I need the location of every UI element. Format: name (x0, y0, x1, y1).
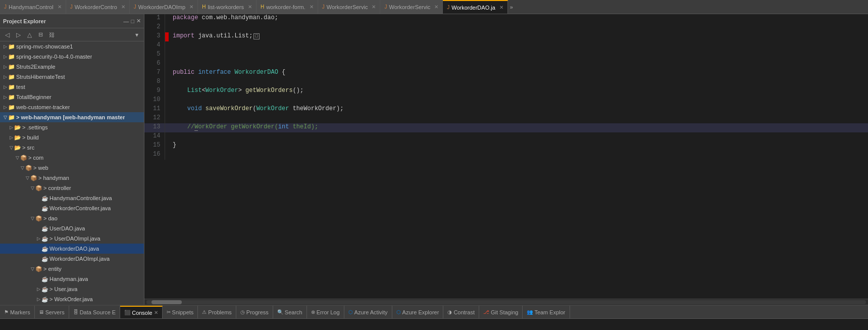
tree-item-spring-security[interactable]: ▷ 📁 spring-security-0-to-4.0-master (0, 52, 144, 62)
back-button[interactable]: ◁ (2, 30, 12, 40)
tab-workorder-dao-imp[interactable]: J WorkorderDAOImp ✕ (130, 0, 198, 14)
tree-item-struts2[interactable]: ▷ 📁 Struts2Example (0, 62, 144, 72)
tab-markers[interactable]: ⚑ Markers (0, 306, 35, 319)
tab-handyman-control[interactable]: J HandymanControl ✕ (0, 0, 66, 14)
tab-list-workorders[interactable]: H list-workorders ✕ (198, 0, 257, 14)
expand-arrow-icon: ▷ (8, 134, 14, 140)
code-line-15[interactable]: 15 } (144, 142, 868, 151)
tree-item-workorder-dao[interactable]: ☕ WorkorderDAO.java (0, 244, 144, 254)
tab-workorder-contro[interactable]: J WorkorderContro ✕ (66, 0, 130, 14)
code-line-13[interactable]: 13 //WorkOrder getWorkOrder(int theId); (144, 123, 868, 132)
tab-search[interactable]: 🔍 Search (273, 306, 307, 319)
tree-item-spring-mvc[interactable]: ▷ 📁 spring-mvc-showcase1 (0, 41, 144, 52)
up-button[interactable]: △ (24, 30, 34, 40)
tree-item-handyman-java[interactable]: ☕ Handyman.java (0, 274, 144, 284)
tree-item-test[interactable]: ▷ 📁 test (0, 82, 144, 92)
code-editor[interactable]: 1 package com.web.handyman.dao; 2 3 impo… (144, 14, 868, 299)
tab-problems[interactable]: ⚠ Problems (198, 306, 236, 319)
line-marker (165, 23, 169, 32)
tab-workorder-dao[interactable]: J WorkorderDAO.ja ✕ (443, 0, 508, 14)
html-file-icon: H (202, 4, 206, 10)
code-line-4[interactable]: 4 (144, 41, 868, 51)
tab-servers[interactable]: 🖥 Servers (35, 306, 69, 319)
tree-item-web[interactable]: ▽ 📦 > web (0, 163, 144, 173)
tree-item-struts-hibernate[interactable]: ▷ 📁 StrutsHibernateTest (0, 72, 144, 82)
code-line-10[interactable]: 10 (144, 96, 868, 105)
code-line-5[interactable]: 5 (144, 51, 868, 60)
code-line-14[interactable]: 14 (144, 132, 868, 142)
tab-snippets[interactable]: ✂ Snippets (163, 306, 198, 319)
close-icon[interactable]: ✕ (499, 5, 503, 10)
code-line-3[interactable]: 3 import java.util.List;□ (144, 32, 868, 41)
tab-label: Azure Explorer (402, 309, 439, 315)
tree-item-totall[interactable]: ▷ 📁 TotallBeginner (0, 92, 144, 102)
tab-overflow-button[interactable]: » (508, 4, 515, 10)
tree-item-settings[interactable]: ▷ 📂 > .settings (0, 122, 144, 132)
link-editor-button[interactable]: ⛓ (46, 30, 57, 40)
tree-item-workorder-controller[interactable]: ☕ WorkorderController.java (0, 203, 144, 213)
tab-contrast[interactable]: ◑ Contrast (443, 306, 479, 319)
tree-item-handyman[interactable]: ▽ 📦 > handyman (0, 173, 144, 183)
tree-item-handyman-controller[interactable]: ☕ HandymanController.java (0, 193, 144, 203)
code-line-16[interactable]: 16 (144, 151, 868, 160)
tree-item-controller[interactable]: ▽ 📦 > controller (0, 183, 144, 193)
tree-item-label: WorkorderDAOImpl.java (49, 256, 110, 262)
tab-label: Team Explor (534, 309, 565, 315)
tree-item-com[interactable]: ▽ 📦 > com (0, 153, 144, 163)
tree-item-src[interactable]: ▽ 📂 > src (0, 143, 144, 153)
tree-item-entity[interactable]: ▽ 📦 > entity (0, 264, 144, 274)
collapse-all-button[interactable]: ⊟ (35, 30, 45, 40)
tab-errorlog[interactable]: ⊗ Error Log (307, 306, 344, 319)
console-content (0, 319, 868, 330)
tab-workorder-servic2[interactable]: J WorkorderServic ✕ (380, 0, 443, 14)
tree-item-dao[interactable]: ▽ 📦 > dao (0, 213, 144, 223)
tree-item-user-java[interactable]: ▷ ☕ > User.java (0, 284, 144, 294)
code-line-7[interactable]: 7 public interface WorkorderDAO { (144, 69, 868, 78)
code-line-11[interactable]: 11 void saveWorkOrder(WorkOrder theWorkO… (144, 105, 868, 114)
close-icon[interactable]: ✕ (434, 4, 438, 10)
tree-item-web-customer[interactable]: ▷ 📁 web-customer-tracker (0, 102, 144, 112)
tree-item-web-handyman[interactable]: ▽ 📁 > web-handyman [web-handyman master (0, 112, 144, 122)
code-line-9[interactable]: 9 List<WorkOrder> getWorkOrders(); (144, 87, 868, 96)
hscroll-thumb[interactable] (151, 300, 182, 304)
tab-label: WorkorderDAOImp (138, 4, 185, 10)
code-line-2[interactable]: 2 (144, 23, 868, 32)
forward-button[interactable]: ▷ (13, 30, 23, 40)
tree-item-workorder-java[interactable]: ▷ ☕ > WorkOrder.java (0, 294, 144, 304)
view-menu-button[interactable]: ▾ (132, 30, 142, 40)
close-icon[interactable]: ✕ (189, 4, 193, 10)
close-icon[interactable]: ✕ (58, 4, 62, 10)
close-icon[interactable]: ✕ (121, 4, 125, 10)
tree-item-user-dao[interactable]: ☕ UserDAO.java (0, 223, 144, 233)
tab-console[interactable]: ⬛ Console ✕ (120, 306, 162, 319)
tab-progress[interactable]: ◷ Progress (236, 306, 273, 319)
tab-git-staging[interactable]: ⎇ Git Staging (479, 306, 523, 319)
sidebar-tree[interactable]: ▷ 📁 spring-mvc-showcase1 ▷ 📁 spring-secu… (0, 41, 144, 305)
minimize-icon[interactable]: — (123, 18, 129, 24)
tab-datasource[interactable]: 🗄 Data Source E (69, 306, 121, 319)
tab-team-explorer[interactable]: 👥 Team Explor (523, 306, 570, 319)
close-icon[interactable]: ✕ (154, 310, 158, 315)
tree-item-user-dao-impl[interactable]: ▷ ☕ > UserDAOImpl.java (0, 233, 144, 244)
code-line-8[interactable]: 8 (144, 78, 868, 87)
maximize-icon[interactable]: □ (131, 18, 134, 24)
code-line-1[interactable]: 1 package com.web.handyman.dao; (144, 14, 868, 23)
expand-arrow-icon: ▷ (2, 104, 8, 110)
horizontal-scrollbar[interactable] (144, 299, 868, 305)
tab-azure-activity[interactable]: ⬡ Azure Activity (344, 306, 392, 319)
tree-item-workorder-dao-impl[interactable]: ☕ WorkorderDAOImpl.java (0, 254, 144, 264)
tree-item-build[interactable]: ▷ 📂 > build (0, 132, 144, 143)
tab-workorder-form[interactable]: H workorder-form. ✕ (257, 0, 318, 14)
tab-label: Progress (246, 309, 269, 315)
code-line-6[interactable]: 6 (144, 60, 868, 69)
close-icon[interactable]: ✕ (248, 4, 252, 10)
tab-workorder-servic1[interactable]: J WorkorderServic ✕ (318, 0, 381, 14)
close-icon[interactable]: ✕ (372, 4, 376, 10)
bottom-panel: ⚑ Markers 🖥 Servers 🗄 Data Source E ⬛ Co… (0, 305, 868, 330)
close-icon[interactable]: ✕ (136, 18, 141, 24)
project-icon: 📁 (8, 74, 15, 80)
close-icon[interactable]: ✕ (310, 4, 314, 10)
tab-azure-explorer[interactable]: ⬡ Azure Explorer (392, 306, 444, 319)
code-line-12[interactable]: 12 (144, 114, 868, 123)
package-icon: 📦 (35, 185, 42, 192)
